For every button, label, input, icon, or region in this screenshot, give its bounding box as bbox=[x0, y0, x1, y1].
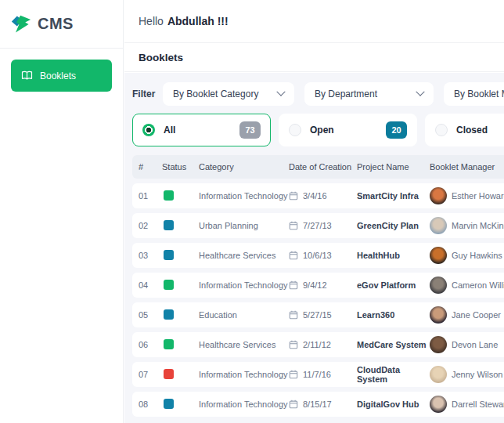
avatar bbox=[430, 396, 447, 413]
avatar bbox=[430, 247, 447, 264]
date-text: 5/27/15 bbox=[303, 310, 332, 320]
col-project: Project Name bbox=[357, 162, 430, 172]
date-cell: 9/4/12 bbox=[289, 280, 357, 290]
date-text: 3/4/16 bbox=[303, 191, 327, 201]
table-row[interactable]: 06 Healthcare Services 2/11/12 MedCare S… bbox=[132, 332, 504, 357]
manager-name: Marvin McKinney bbox=[452, 221, 504, 230]
status-cell bbox=[162, 190, 199, 202]
manager-cell: Jenny Wilson bbox=[430, 366, 504, 383]
sidebar-nav: Booklets bbox=[0, 49, 123, 103]
calendar-icon bbox=[289, 370, 298, 379]
category-cell: Urban Planning bbox=[199, 221, 289, 230]
filter-label: Filter bbox=[132, 89, 163, 99]
manager-name: Cameron Williamson bbox=[452, 280, 504, 290]
project-name-cell: MedCare System bbox=[357, 340, 430, 349]
manager-cell: Esther Howard bbox=[430, 187, 504, 204]
status-cell bbox=[162, 309, 199, 321]
status-tabs: All 73 Open 20 Closed bbox=[132, 114, 504, 146]
radio-unchecked-icon[interactable] bbox=[289, 124, 301, 136]
date-text: 10/6/13 bbox=[303, 251, 332, 260]
status-cell bbox=[162, 280, 199, 291]
date-cell: 3/4/16 bbox=[289, 191, 357, 201]
status-indicator bbox=[164, 339, 174, 349]
sidebar-item-label: Booklets bbox=[40, 70, 76, 81]
status-cell bbox=[162, 250, 199, 262]
tab-open[interactable]: Open 20 bbox=[279, 114, 417, 146]
status-indicator bbox=[164, 369, 174, 379]
table-header: # Status Category Date of Creation Proje… bbox=[132, 155, 504, 179]
table-row[interactable]: 07 Information Technology 11/7/16 CloudD… bbox=[132, 362, 504, 387]
count-badge: 20 bbox=[386, 121, 407, 139]
date-cell: 11/7/16 bbox=[289, 370, 357, 379]
avatar bbox=[430, 187, 447, 204]
book-icon bbox=[21, 70, 33, 81]
row-number: 02 bbox=[139, 221, 162, 230]
dropdown-booklet-category[interactable]: By Booklet Category bbox=[163, 82, 294, 106]
app-root: { "app": { "logo_text": "CMS" }, "sideba… bbox=[0, 0, 504, 423]
table-row[interactable]: 05 Education 5/27/15 Learn360 Jane Coope… bbox=[132, 302, 504, 327]
status-indicator bbox=[164, 250, 174, 260]
project-name-cell: HealthHub bbox=[357, 251, 430, 260]
row-number: 04 bbox=[139, 280, 162, 290]
dropdown-value: By Department bbox=[315, 89, 377, 99]
status-indicator bbox=[164, 309, 174, 320]
project-name-cell: SmartCity Infra bbox=[357, 191, 430, 201]
category-cell: Information Technology bbox=[199, 191, 289, 201]
avatar bbox=[430, 366, 447, 383]
table-row[interactable]: 04 Information Technology 9/4/12 eGov Pl… bbox=[132, 273, 504, 298]
table-row[interactable]: 01 Information Technology 3/4/16 SmartCi… bbox=[132, 183, 504, 208]
manager-cell: Guy Hawkins bbox=[430, 247, 504, 264]
calendar-icon bbox=[289, 400, 298, 409]
main-area: Hello Abdullah !!! Booklets Filter By Bo… bbox=[124, 0, 504, 423]
count-badge: 73 bbox=[239, 121, 261, 139]
category-cell: Information Technology bbox=[199, 400, 289, 409]
manager-name: Devon Lane bbox=[452, 340, 498, 349]
page-title-bar: Booklets bbox=[124, 43, 504, 72]
row-number: 05 bbox=[139, 310, 162, 320]
sidebar-item-booklets[interactable]: Booklets bbox=[11, 60, 112, 92]
cms-logo-icon bbox=[11, 14, 31, 34]
date-text: 9/4/12 bbox=[303, 280, 327, 290]
calendar-icon bbox=[289, 310, 298, 320]
filter-row: Filter By Booklet Category By Department… bbox=[132, 82, 504, 106]
date-cell: 2/11/12 bbox=[289, 340, 357, 349]
logo: CMS bbox=[0, 0, 123, 49]
topbar: Hello Abdullah !!! bbox=[124, 0, 504, 43]
chevron-down-icon bbox=[276, 88, 285, 96]
tab-label: All bbox=[164, 125, 175, 136]
logo-text: CMS bbox=[38, 15, 74, 33]
status-cell bbox=[162, 369, 199, 381]
radio-checked-icon[interactable] bbox=[142, 124, 155, 136]
col-date: Date of Creation bbox=[289, 162, 357, 172]
date-cell: 8/15/17 bbox=[289, 400, 357, 409]
tab-closed[interactable]: Closed bbox=[425, 114, 504, 146]
chevron-down-icon bbox=[416, 88, 424, 96]
status-cell bbox=[162, 220, 199, 232]
col-manager: Booklet Manager bbox=[430, 162, 504, 172]
dropdown-booklet-manager[interactable]: By Booklet Manager bbox=[444, 82, 504, 106]
page-title: Booklets bbox=[139, 52, 183, 63]
date-cell: 5/27/15 bbox=[289, 310, 357, 320]
row-number: 01 bbox=[139, 191, 162, 201]
row-number: 07 bbox=[139, 370, 162, 379]
row-number: 06 bbox=[139, 340, 162, 349]
dropdown-department[interactable]: By Department bbox=[304, 82, 434, 106]
status-indicator bbox=[164, 399, 174, 409]
manager-cell: Darrell Steward bbox=[430, 396, 504, 413]
date-cell: 7/27/13 bbox=[289, 221, 357, 230]
project-name-cell: eGov Platform bbox=[357, 280, 430, 290]
table-row[interactable]: 02 Urban Planning 7/27/13 GreenCity Plan… bbox=[132, 213, 504, 238]
avatar bbox=[430, 277, 447, 294]
project-name-cell: DigitalGov Hub bbox=[357, 400, 430, 409]
calendar-icon bbox=[289, 191, 298, 201]
booklets-table: # Status Category Date of Creation Proje… bbox=[132, 155, 504, 417]
status-indicator bbox=[164, 280, 174, 290]
dropdown-value: By Booklet Category bbox=[173, 89, 258, 99]
sidebar: CMS Booklets bbox=[0, 0, 124, 423]
date-cell: 10/6/13 bbox=[289, 251, 357, 260]
date-text: 2/11/12 bbox=[303, 340, 331, 349]
table-row[interactable]: 03 Healthcare Services 10/6/13 HealthHub… bbox=[132, 243, 504, 268]
table-row[interactable]: 08 Information Technology 8/15/17 Digita… bbox=[132, 392, 504, 417]
radio-unchecked-icon[interactable] bbox=[435, 124, 448, 136]
tab-all[interactable]: All 73 bbox=[132, 114, 271, 146]
